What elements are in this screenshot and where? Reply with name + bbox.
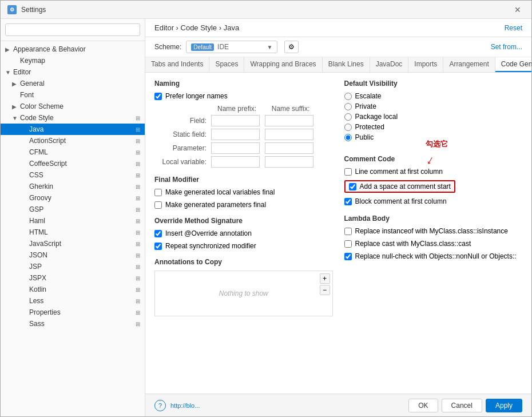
- scheme-gear-button[interactable]: ⚙: [284, 41, 299, 53]
- field-label: Field:: [154, 117, 209, 125]
- field-suffix-input[interactable]: [265, 115, 313, 126]
- sidebar-item-less[interactable]: Less ⊞: [1, 295, 145, 307]
- parameter-suffix-input[interactable]: [265, 142, 313, 154]
- sidebar-item-actionscript[interactable]: ActionScript ⊞: [1, 135, 145, 146]
- package-local-radio[interactable]: [344, 113, 352, 121]
- replace-instanceof-label: Replace instanceof with MyClass.class::i…: [355, 227, 508, 235]
- tab-tabs-indents[interactable]: Tabs and Indents: [145, 57, 209, 72]
- sidebar-item-css[interactable]: CSS ⊞: [1, 169, 145, 181]
- static-field-prefix-input[interactable]: [211, 129, 260, 140]
- sidebar-item-gsp[interactable]: GSP ⊞: [1, 204, 145, 215]
- sidebar-item-keymap[interactable]: Keymap: [1, 55, 145, 66]
- public-label: Public: [355, 133, 374, 141]
- line-comment-first-checkbox[interactable]: [344, 168, 352, 176]
- main-header: Editor › Code Style › Java Reset: [145, 19, 531, 37]
- sidebar-label-jspx: JSPX: [29, 274, 133, 282]
- apply-button[interactable]: Apply: [486, 399, 522, 412]
- protected-radio-row: Protected: [344, 123, 523, 131]
- sidebar-item-cfml[interactable]: CFML ⊞: [1, 146, 145, 158]
- override-method-section: Override Method Signature Insert @Overri…: [154, 217, 333, 250]
- public-radio[interactable]: [344, 134, 352, 141]
- parameter-prefix-input[interactable]: [211, 142, 260, 154]
- repeat-synchronized-row: Repeat synchronized modifier: [154, 242, 333, 250]
- escalate-label: Escalate: [355, 92, 382, 100]
- replace-instanceof-row: Replace instanceof with MyClass.class::i…: [344, 227, 523, 235]
- sidebar-item-editor[interactable]: ▼ Editor: [1, 66, 145, 78]
- sidebar-item-java[interactable]: Java ⊞: [1, 124, 145, 135]
- sidebar-item-javascript[interactable]: JavaScript ⊞: [1, 238, 145, 249]
- tab-arrangement[interactable]: Arrangement: [443, 57, 495, 72]
- footer: ? http://blo... OK Cancel Apply: [145, 394, 531, 416]
- tab-imports[interactable]: Imports: [408, 57, 443, 72]
- replace-instanceof-checkbox[interactable]: [344, 228, 352, 235]
- default-visibility-title: Default Visibility: [344, 80, 523, 88]
- protected-radio[interactable]: [344, 124, 352, 131]
- sidebar-item-kotlin[interactable]: Kotlin ⊞: [1, 284, 145, 295]
- annotations-remove-button[interactable]: −: [320, 285, 330, 295]
- settings-window: ⚙ Settings ✕ ▶ Appearance & Behavior Key…: [0, 0, 532, 417]
- make-params-final-checkbox[interactable]: [154, 201, 162, 209]
- sidebar-item-font[interactable]: Font: [1, 89, 145, 101]
- sidebar-item-jsp[interactable]: JSP ⊞: [1, 261, 145, 272]
- block-comment-first-checkbox[interactable]: [344, 198, 352, 205]
- sidebar-item-html[interactable]: HTML ⊞: [1, 227, 145, 238]
- repeat-synchronized-checkbox[interactable]: [154, 243, 162, 250]
- private-radio[interactable]: [344, 103, 352, 110]
- sidebar-item-coffeescript[interactable]: CoffeeScript ⊞: [1, 158, 145, 169]
- sidebar-label-gsp: GSP: [29, 205, 133, 213]
- local-var-prefix-input[interactable]: [211, 156, 260, 168]
- sidebar-tree: ▶ Appearance & Behavior Keymap ▼ Editor …: [1, 41, 145, 416]
- replace-cast-checkbox[interactable]: [344, 240, 352, 248]
- scheme-dropdown[interactable]: Default IDE ▼: [186, 41, 277, 53]
- annotations-add-button[interactable]: +: [320, 273, 330, 284]
- sidebar-label-cfml: CFML: [29, 148, 133, 156]
- sidebar-item-gherkin[interactable]: Gherkin ⊞: [1, 181, 145, 192]
- sidebar-label-appearance: Appearance & Behavior: [13, 45, 140, 53]
- add-space-row: Add a space at comment start: [344, 180, 455, 193]
- main-content: ▶ Appearance & Behavior Keymap ▼ Editor …: [1, 19, 531, 416]
- sidebar-item-groovy[interactable]: Groovy ⊞: [1, 192, 145, 204]
- private-label: Private: [355, 102, 376, 110]
- static-field-label: Static field:: [154, 130, 209, 138]
- scheme-row: Scheme: Default IDE ▼ ⚙ Set from...: [145, 37, 531, 57]
- tab-wrapping[interactable]: Wrapping and Braces: [244, 57, 322, 72]
- tab-code-generation[interactable]: Code Generation: [495, 57, 531, 72]
- ok-button[interactable]: OK: [408, 399, 438, 412]
- sidebar-label-keymap: Keymap: [20, 57, 140, 65]
- sidebar-item-properties[interactable]: Properties ⊞: [1, 307, 145, 318]
- sidebar-item-code-style[interactable]: ▼ Code Style ⊞: [1, 112, 145, 124]
- sidebar-item-haml[interactable]: Haml ⊞: [1, 215, 145, 227]
- field-prefix-input[interactable]: [211, 115, 260, 126]
- sidebar-label-kotlin: Kotlin: [29, 285, 133, 293]
- static-field-suffix-input[interactable]: [265, 129, 313, 140]
- replace-null-check-checkbox[interactable]: [344, 253, 352, 260]
- tab-javadoc[interactable]: JavaDoc: [370, 57, 409, 72]
- sidebar-item-color-scheme[interactable]: ▶ Color Scheme: [1, 101, 145, 112]
- sidebar-label-editor: Editor: [13, 68, 140, 76]
- set-from-link[interactable]: Set from...: [491, 43, 522, 51]
- local-var-suffix-input[interactable]: [265, 156, 313, 168]
- line-comment-first-label: Line comment at first column: [355, 168, 443, 176]
- cancel-button[interactable]: Cancel: [442, 399, 482, 412]
- local-var-label: Local variable:: [154, 158, 209, 166]
- sidebar-item-json[interactable]: JSON ⊞: [1, 249, 145, 261]
- prefer-longer-checkbox[interactable]: [154, 93, 162, 100]
- escalate-radio[interactable]: [344, 93, 352, 100]
- make-local-final-checkbox[interactable]: [154, 189, 162, 196]
- sidebar-label-html: HTML: [29, 228, 133, 236]
- sidebar-label-properties: Properties: [29, 308, 133, 316]
- sidebar-item-jspx[interactable]: JSPX ⊞: [1, 272, 145, 284]
- tab-blank-lines[interactable]: Blank Lines: [323, 57, 370, 72]
- tab-spaces[interactable]: Spaces: [209, 57, 244, 72]
- help-button[interactable]: ?: [154, 400, 166, 411]
- search-input[interactable]: [5, 23, 140, 36]
- sidebar-item-general[interactable]: ▶ General: [1, 78, 145, 89]
- close-button[interactable]: ✕: [511, 4, 525, 15]
- reset-link[interactable]: Reset: [505, 24, 522, 32]
- insert-override-checkbox[interactable]: [154, 230, 162, 237]
- add-space-checkbox[interactable]: [349, 183, 356, 190]
- java-badge: ⊞: [136, 126, 140, 133]
- default-visibility-section: Default Visibility Escalate Private: [344, 80, 523, 141]
- sidebar-item-sass[interactable]: Sass ⊞: [1, 318, 145, 329]
- sidebar-item-appearance[interactable]: ▶ Appearance & Behavior: [1, 43, 145, 55]
